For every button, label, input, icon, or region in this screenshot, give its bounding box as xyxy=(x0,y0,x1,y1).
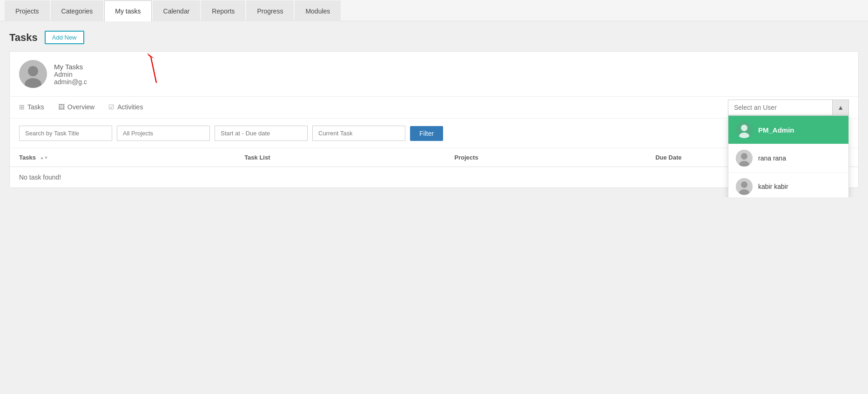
user-card: My Tasks Admin admin@g.c ⊞ Tasks 🖼 Overv… xyxy=(9,51,859,188)
avatar xyxy=(19,60,47,88)
dropdown-item-pm-admin[interactable]: PM_Admin xyxy=(728,116,848,144)
sub-tab-tasks[interactable]: ⊞ Tasks xyxy=(19,97,44,118)
dropdown-item-kabir-kabir[interactable]: kabir kabir xyxy=(728,173,848,197)
user-details: My Tasks Admin admin@g.c xyxy=(54,63,87,86)
filter-button[interactable]: Filter xyxy=(410,126,443,141)
kabir-kabir-avatar xyxy=(736,178,753,195)
sub-tab-activities-label: Activities xyxy=(117,103,143,111)
svg-point-9 xyxy=(741,153,747,160)
col-tasks: Tasks ▲▼ xyxy=(10,148,235,167)
user-name: Admin xyxy=(54,71,87,78)
sort-icon[interactable]: ▲▼ xyxy=(40,156,48,160)
kabir-kabir-name: kabir kabir xyxy=(758,183,788,190)
all-projects-input[interactable] xyxy=(117,126,210,141)
sub-navigation: ⊞ Tasks 🖼 Overview ☑ Activities ▲ xyxy=(10,96,858,118)
tab-projects[interactable]: Projects xyxy=(5,0,50,21)
svg-point-3 xyxy=(28,66,38,76)
page-title: Tasks xyxy=(9,32,38,44)
tab-calendar[interactable]: Calendar xyxy=(153,0,201,21)
rana-rana-name: rana rana xyxy=(758,154,786,162)
tasks-header: Tasks Add New xyxy=(9,31,859,44)
tab-reports[interactable]: Reports xyxy=(201,0,245,21)
sub-tab-tasks-label: Tasks xyxy=(27,103,44,111)
pm-admin-name: PM_Admin xyxy=(758,126,794,134)
tab-modules[interactable]: Modules xyxy=(295,0,341,21)
pm-admin-avatar xyxy=(736,121,753,138)
tab-categories[interactable]: Categories xyxy=(51,0,104,21)
dropdown-item-rana-rana[interactable]: rana rana xyxy=(728,144,848,173)
user-select-area: ▲ PM_Admin xyxy=(728,100,849,115)
current-task-input[interactable] xyxy=(312,126,405,141)
svg-point-12 xyxy=(741,181,747,188)
tab-progress[interactable]: Progress xyxy=(246,0,294,21)
add-new-button[interactable]: Add New xyxy=(45,31,84,44)
tasks-icon: ⊞ xyxy=(19,103,25,111)
user-select-input[interactable]: ▲ xyxy=(728,100,849,115)
col-task-list: Task List xyxy=(235,148,445,167)
date-range-input[interactable] xyxy=(215,126,308,141)
tab-my-tasks[interactable]: My tasks xyxy=(104,0,151,21)
sub-tab-activities[interactable]: ☑ Activities xyxy=(108,97,143,118)
page-content: Tasks Add New My Tasks Admin admin@g.c ⊞ xyxy=(0,21,868,197)
user-email: admin@g.c xyxy=(54,78,87,86)
chevron-up-icon[interactable]: ▲ xyxy=(832,100,848,115)
user-search-field[interactable] xyxy=(728,100,832,115)
overview-icon: 🖼 xyxy=(58,103,65,111)
rana-rana-avatar xyxy=(736,150,753,167)
search-task-input[interactable] xyxy=(19,126,112,141)
user-section-title: My Tasks xyxy=(54,63,87,71)
svg-point-6 xyxy=(741,125,747,131)
col-projects: Projects xyxy=(445,148,646,167)
sub-tab-overview[interactable]: 🖼 Overview xyxy=(58,97,94,118)
user-dropdown: PM_Admin rana rana xyxy=(728,115,849,197)
activities-icon: ☑ xyxy=(108,103,114,111)
user-info: My Tasks Admin admin@g.c xyxy=(10,52,858,96)
top-navigation: Projects Categories My tasks Calendar Re… xyxy=(0,0,868,21)
sub-tab-overview-label: Overview xyxy=(67,103,94,111)
